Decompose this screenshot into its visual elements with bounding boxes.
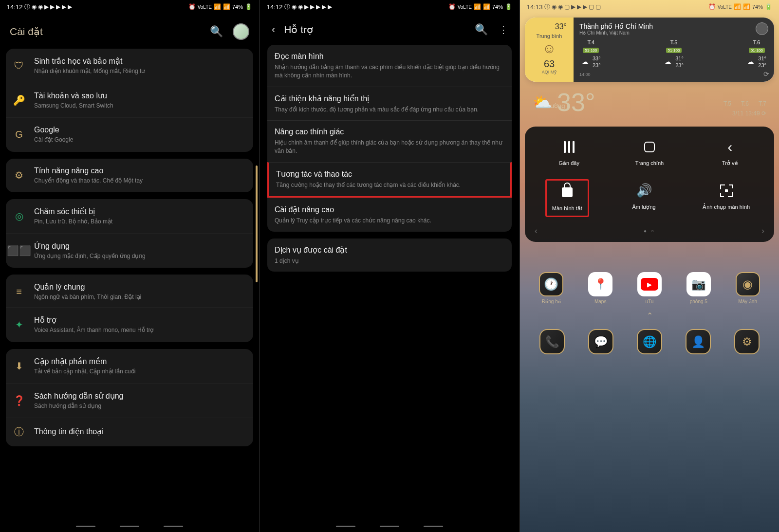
accessibility-item[interactable]: Đọc màn hìnhNhận hướng dẫn bằng âm thanh…	[267, 45, 512, 87]
home-icon	[631, 139, 668, 155]
settings-item[interactable]: ◎ Chăm sóc thiết bị Pin, Lưu trữ, Bộ nhớ…	[6, 199, 253, 233]
profile-avatar[interactable]	[233, 23, 249, 40]
settings-item[interactable]: ⬇ Cập nhật phần mềm Tải về bản cập nhật,…	[6, 349, 253, 383]
item-title: Quản lý chung	[34, 282, 246, 292]
menu-back[interactable]: ‹ Trở về	[708, 135, 752, 170]
item-title: Tài khoản và sao lưu	[34, 91, 246, 100]
accessibility-item[interactable]: Cải thiện khả năng hiển thịThay đổi kích…	[267, 87, 512, 121]
settings-item[interactable]: G Google Cài đặt Google	[6, 117, 253, 151]
settings-item[interactable]: ⓘ Thông tin điện thoại	[6, 418, 253, 446]
settings-group: ⬇ Cập nhật phần mềm Tải về bản cập nhật,…	[6, 349, 253, 446]
item-icon: ◎	[13, 210, 25, 222]
settings-item[interactable]: 🛡 Sinh trắc học và bảo mật Nhận diện khu…	[6, 49, 253, 83]
item-desc: Cài đặt Google	[34, 136, 246, 144]
forecast-panel: Thành phố Hồ Chí Minh Hồ Chí Minh, Việt …	[574, 18, 774, 82]
messenger-icon: ◉	[38, 3, 43, 10]
nav-bar	[0, 523, 259, 532]
app-youtube[interactable]: ▶uTu	[634, 272, 665, 304]
next-icon[interactable]: ›	[761, 226, 764, 236]
item-title: Google	[34, 126, 246, 134]
screen-settings: 14:12 ⓕ◉◉▶▶▶▶▶ ⏰VoLTE📶📶74%🔋 Cài đặt 🔍 🛡 …	[0, 0, 259, 532]
messenger-icon: ◉	[558, 3, 563, 10]
item-text: Tính năng nâng cao Chuyển động và thao t…	[34, 166, 246, 184]
status-time: 14:12	[7, 3, 23, 11]
contacts-icon[interactable]: 👤	[686, 329, 711, 354]
refresh-icon[interactable]: ⟳	[761, 110, 766, 117]
accessibility-item[interactable]: Nâng cao thính giácHiệu chỉnh âm thanh đ…	[267, 120, 512, 162]
settings-item[interactable]: 🔑 Tài khoản và sao lưu Samsung Cloud, Sm…	[6, 83, 253, 117]
weather-icon: ☁	[664, 57, 671, 66]
item-text: Chăm sóc thiết bị Pin, Lưu trữ, Bộ nhớ, …	[34, 207, 246, 225]
settings-group: 🛡 Sinh trắc học và bảo mật Nhận diện khu…	[6, 49, 253, 152]
settings-list[interactable]: 🛡 Sinh trắc học và bảo mật Nhận diện khu…	[0, 49, 259, 523]
settings-item[interactable]: ✦ Hỗ trợ Voice Assistant, Âm thanh mono,…	[6, 307, 253, 342]
phone-icon[interactable]: 📞	[539, 329, 565, 354]
yt-icon: ▶	[328, 3, 332, 10]
menu-screen-off[interactable]: Màn hình tắt	[545, 179, 589, 217]
item-text: Hỗ trợ Voice Assistant, Âm thanh mono, m…	[34, 315, 246, 334]
app-maps[interactable]: 📍Maps	[585, 272, 615, 304]
accessibility-item[interactable]: Tương tác và thao tácTăng cường hoặc tha…	[267, 162, 512, 198]
settings-item[interactable]: ⬛⬛ Ứng dụng Ứng dụng mặc định, Cấp quyền…	[6, 233, 253, 268]
settings-icon[interactable]: ⚙	[734, 329, 760, 354]
weather-widget[interactable]: 33° Trung bình ☺ 63 AQI Mỹ Thành phố Hồ …	[525, 18, 774, 82]
search-icon[interactable]: 🔍	[472, 23, 491, 36]
menu-screenshot[interactable]: Ảnh chụp màn hình	[699, 179, 754, 217]
settings-item[interactable]: ❓ Sách hướng dẫn sử dụng Sách hướng dẫn …	[6, 383, 253, 418]
maps-icon: 📍	[588, 272, 612, 296]
app-clock[interactable]: 🕐Đồng hồ	[536, 272, 566, 304]
item-title: Dịch vụ được cài đặt	[275, 245, 504, 255]
menu-row-2: Màn hình tắt 🔊 Âm lượng Ảnh chụp màn hìn…	[529, 179, 770, 217]
menu-recent[interactable]: Gần đây	[547, 135, 591, 170]
assistant-menu[interactable]: Gần đây Trang chính ‹ Trở về Màn hình tắ…	[525, 127, 774, 242]
app-camera5[interactable]: 📷phòng 5	[684, 272, 714, 304]
item-title: Sinh trắc học và bảo mật	[34, 56, 246, 66]
yt-icon: ▶	[304, 3, 309, 10]
item-desc: Thay đổi kích thước, độ tương phản và mà…	[275, 106, 504, 114]
yt-icon: ▶	[310, 3, 315, 10]
search-icon[interactable]: 🔍	[207, 25, 226, 38]
item-title: Tương tác và thao tác	[276, 169, 503, 179]
menu-volume[interactable]: 🔊 Âm lượng	[622, 179, 666, 217]
item-title: Đọc màn hình	[275, 52, 504, 61]
lte-label: VoLTE	[718, 4, 732, 10]
menu-label: Gần đây	[551, 160, 587, 166]
page-title: Cài đặt	[10, 26, 200, 37]
menu-home[interactable]: Trang chính	[628, 135, 671, 170]
app-label: Maps	[585, 299, 615, 304]
app-label: phòng 5	[684, 299, 714, 304]
item-desc: Quản lý Truy cập trực tiếp và các chức n…	[275, 217, 504, 225]
item-title: Cập nhật phần mềm	[34, 357, 246, 366]
browser-icon[interactable]: 🌐	[637, 329, 662, 354]
settings-item[interactable]: ≡ Quản lý chung Ngôn ngữ và bàn phím, Th…	[6, 275, 253, 309]
settings-item[interactable]: ⚙ Tính năng nâng cao Chuyển động và thao…	[6, 159, 253, 192]
item-desc: Nhận diện khuôn mặt, Mống mắt, Riêng tư	[34, 67, 246, 75]
accessibility-list[interactable]: Đọc màn hìnhNhận hướng dẫn bằng âm thanh…	[260, 45, 519, 523]
accessibility-item[interactable]: Cài đặt nâng caoQuản lý Truy cập trực ti…	[267, 198, 512, 232]
app-camera[interactable]: ◉Máy ảnh	[733, 272, 763, 304]
weather-time: 14:00	[579, 72, 768, 77]
item-desc: Ngôn ngữ và bàn phím, Thời gian, Đặt lại	[34, 293, 246, 301]
home-indicator-icon[interactable]: ⌃	[520, 311, 779, 320]
home-weather-widget[interactable]: 📍Phường 6 ⛅33° T.5T.6T.7 3/11 13:49 ⟳	[520, 86, 779, 120]
recent-icon	[551, 139, 587, 155]
status-bar: 14:13 ⓕ◉◉▢▶▶▶▢▢ ⏰VoLTE📶📶74%🔋	[520, 0, 779, 14]
item-icon: ✦	[13, 318, 25, 331]
messages-icon[interactable]: 💬	[588, 329, 613, 354]
aqi-label: AQI Mỹ	[528, 70, 571, 74]
settings-group: ⚙ Tính năng nâng cao Chuyển động và thao…	[6, 159, 253, 192]
accessibility-item[interactable]: Dịch vụ được cài đặt1 dịch vụ	[267, 238, 512, 272]
page-dots: ● ○	[644, 228, 655, 234]
more-icon[interactable]: ⋮	[498, 24, 509, 36]
item-desc: Samsung Cloud, Smart Switch	[34, 102, 246, 110]
item-text: Google Cài đặt Google	[34, 126, 246, 144]
scroll-indicator[interactable]	[256, 165, 258, 282]
provider-icon	[756, 22, 768, 35]
item-desc: Sách hướng dẫn sử dụng	[34, 402, 246, 410]
item-title: Tính năng nâng cao	[34, 166, 246, 175]
prev-icon[interactable]: ‹	[535, 226, 538, 236]
back-icon[interactable]: ‹	[270, 23, 277, 36]
refresh-icon[interactable]: ⟳	[763, 70, 769, 78]
item-text: Tài khoản và sao lưu Samsung Cloud, Smar…	[34, 91, 246, 110]
app-label: Máy ảnh	[733, 299, 763, 304]
